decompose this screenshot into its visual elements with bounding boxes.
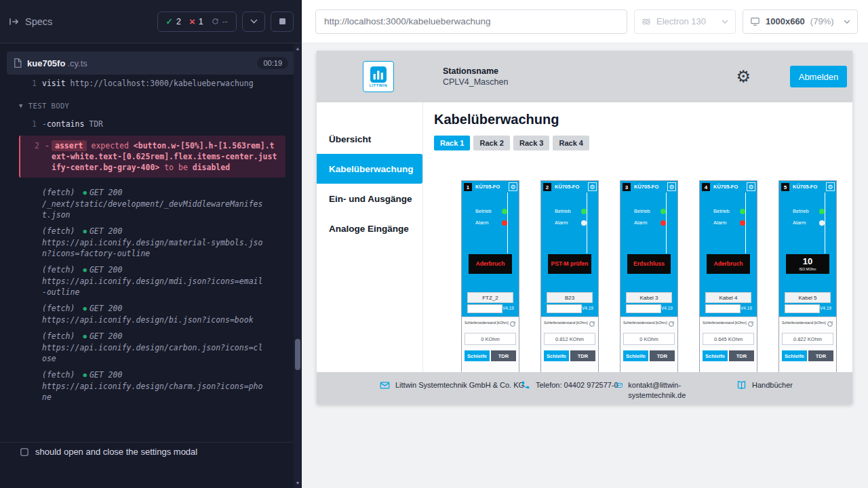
nav-item-ein-und-ausgaenge[interactable]: Ein- und Ausgänge [317, 184, 422, 214]
status-display: PST-M prüfen [548, 254, 591, 274]
mail-icon [380, 380, 390, 390]
resistance-label: Schleifenwiderstand [kOhm] [703, 321, 747, 325]
alarm-led [660, 220, 666, 226]
next-test-row[interactable]: should open and close the settings modal [0, 442, 294, 461]
betrieb-indicator: Betrieb [713, 208, 745, 214]
fetch-log-entry[interactable]: (fetch)●GET 200 https://api.iconify.desi… [0, 223, 294, 262]
fetch-log-entry[interactable]: (fetch)●GET 200 https://api.iconify.desi… [0, 300, 294, 328]
fetch-log-entry[interactable]: (fetch)●GET 200 https://api.iconify.desi… [0, 328, 294, 367]
resistance-value: 0.822 KOhm [782, 333, 833, 345]
line-number: 1 [26, 119, 37, 129]
scrollbar-thumb[interactable] [295, 339, 300, 370]
refresh-icon[interactable] [589, 321, 595, 327]
card-settings-icon[interactable]: ⚙ [509, 182, 517, 191]
schleife-button[interactable]: Schleife [465, 350, 490, 361]
cable-name-field[interactable]: Kabel 4 [705, 292, 751, 303]
success-dot-icon: ● [83, 189, 86, 196]
tab-rack-2[interactable]: Rack 2 [473, 136, 509, 150]
secondary-field[interactable] [705, 304, 741, 313]
alarm-led [740, 220, 745, 226]
specs-menu[interactable]: Specs [9, 16, 52, 27]
refresh-icon[interactable] [827, 321, 833, 327]
stop-button[interactable] [271, 12, 294, 32]
resistance-value: 0.645 KOhm [703, 333, 754, 345]
test-stats: ✓2 ×1 -- [157, 12, 237, 32]
fetch-log-entry[interactable]: (fetch)●GET 200 https://api.iconify.desi… [0, 367, 294, 405]
logout-button[interactable]: Abmelden [790, 66, 847, 87]
cable-name-field[interactable]: B23 [547, 292, 593, 303]
refresh-icon[interactable] [509, 321, 516, 327]
reporter-header: Specs ✓2 ×1 -- [0, 0, 302, 43]
footer-company: Littwin Systemtechnik GmbH & Co. KG [380, 380, 526, 390]
app-header: LITTWIN Stationsname CPLV4_Maschen ⚙ Abm… [317, 51, 852, 102]
device-card-1: 1 KÜ705-FO ⚙ Betrieb Alarm Aderbruch FTZ… [461, 180, 519, 372]
footer-email: kontakt@littwin-systemtechnik.de [616, 380, 704, 401]
measurement-section: Schleifenwiderstand [kOhm] 0.822 KOhm Sc… [779, 317, 836, 372]
settings-gear-icon[interactable]: ⚙ [736, 68, 751, 85]
reporter-scrollbar[interactable]: ▲ ▼ [294, 43, 302, 488]
device-card-3: 3 KÜ705-FO ⚙ Betrieb Alarm Erdschluss Ka… [620, 180, 678, 372]
url-input[interactable]: http://localhost:3000/kabelueberwachung [315, 9, 627, 34]
fetch-log-entry[interactable]: (fetch)●GET 200 /_next/static/developmen… [0, 184, 294, 223]
footer-phone: Telefon: 04402 972577-0 [521, 380, 619, 390]
schleife-button[interactable]: Schleife [703, 350, 728, 361]
alarm-indicator: Alarm [634, 220, 666, 226]
scroll-up-icon[interactable]: ▲ [294, 46, 302, 51]
tdr-button[interactable]: TDR [729, 350, 754, 361]
cable-name-field[interactable]: FTZ_2 [467, 292, 513, 303]
secondary-field[interactable] [626, 304, 661, 313]
stop-icon [279, 18, 285, 24]
refresh-icon[interactable] [747, 321, 754, 327]
line-number: 2 [28, 140, 39, 151]
refresh-icon[interactable] [668, 321, 675, 327]
schleife-button[interactable]: Schleife [623, 350, 648, 361]
cable-name-field[interactable]: Kabel 3 [626, 292, 672, 303]
footer-manuals-link[interactable]: Handbücher [736, 380, 793, 390]
tab-rack-4[interactable]: Rack 4 [553, 136, 589, 150]
logo-skyline-icon [370, 66, 387, 83]
tdr-button[interactable]: TDR [570, 350, 595, 361]
firmware-version: V4.19 [582, 306, 593, 310]
card-number-badge: 1 [464, 183, 472, 191]
app-footer: Littwin Systemtechnik GmbH & Co. KG Tele… [317, 372, 852, 404]
card-number-badge: 3 [623, 183, 631, 191]
fetch-log-entry[interactable]: (fetch)●GET 200 https://api.iconify.desi… [0, 262, 294, 300]
nav-item-analoge-eingaenge[interactable]: Analoge Eingänge [317, 214, 422, 243]
card-settings-icon[interactable]: ⚙ [826, 182, 835, 191]
test-body-section[interactable]: ▼ TEST BODY [0, 92, 294, 115]
scroll-down-icon[interactable]: ▼ [294, 481, 302, 485]
status-display: Aderbruch [707, 254, 750, 274]
viewport-select[interactable]: 1000x660 (79%) [743, 9, 858, 34]
failed-assert-command[interactable]: 2 - assert expected <button.w-[50%].h-[1… [19, 136, 285, 178]
secondary-field[interactable] [547, 304, 582, 313]
tdr-button[interactable]: TDR [491, 350, 516, 361]
littwin-logo: LITTWIN [363, 61, 394, 92]
secondary-field[interactable] [467, 304, 502, 313]
card-number-badge: 2 [543, 183, 551, 191]
schleife-button[interactable]: Schleife [544, 350, 569, 361]
betrieb-indicator: Betrieb [793, 208, 825, 214]
alarm-indicator: Alarm [713, 220, 745, 226]
card-settings-icon[interactable]: ⚙ [667, 182, 676, 191]
card-settings-icon[interactable]: ⚙ [588, 182, 597, 191]
nav-item-uebersicht[interactable]: Übersicht [317, 124, 422, 154]
collapse-chevron-button[interactable] [242, 12, 265, 32]
browser-select[interactable]: Electron 130 [634, 9, 736, 34]
success-dot-icon: ● [83, 305, 86, 312]
card-settings-icon[interactable]: ⚙ [747, 182, 755, 191]
card-number-badge: 4 [702, 183, 710, 191]
main-content: Kabelüberwachung Rack 1 Rack 2 Rack 3 Ra… [423, 102, 852, 372]
secondary-field[interactable] [785, 304, 820, 313]
schleife-button[interactable]: Schleife [782, 350, 807, 361]
status-display: 10ISO MOhm [786, 254, 829, 274]
contains-command[interactable]: 1-contains TDR [0, 115, 294, 133]
cable-name-field[interactable]: Kabel 5 [785, 292, 831, 303]
measurement-section: Schleifenwiderstand [kOhm] 0.645 KOhm Sc… [700, 317, 757, 372]
tab-rack-1[interactable]: Rack 1 [434, 136, 470, 150]
tdr-button[interactable]: TDR [650, 350, 675, 361]
visit-command[interactable]: 1visit http://localhost:3000/kabelueberw… [0, 75, 294, 92]
tab-rack-3[interactable]: Rack 3 [513, 136, 549, 150]
nav-item-kabelueberwachung[interactable]: Kabelüberwachung [317, 154, 422, 184]
tdr-button[interactable]: TDR [808, 350, 833, 361]
spec-header[interactable]: kue705fo.cy.ts 00:19 [7, 52, 295, 75]
